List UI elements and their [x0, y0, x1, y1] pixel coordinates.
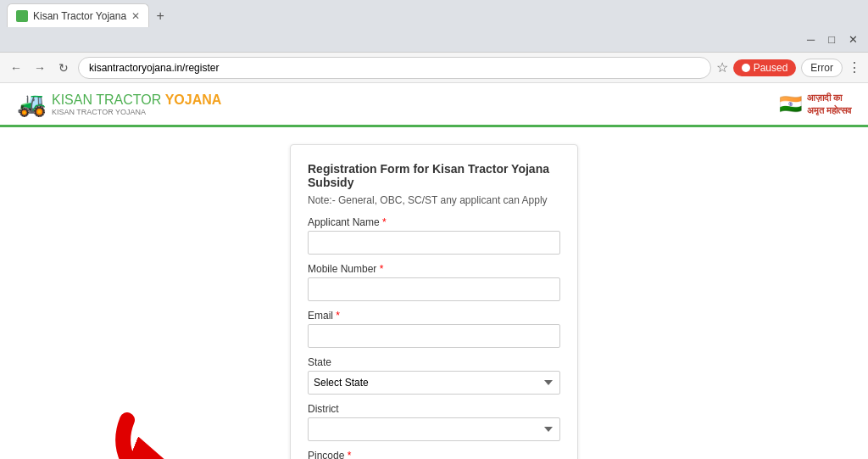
indian-flag-icon: 🇮🇳 [779, 93, 802, 115]
page-content: 🚜 KISAN TRACTOR YOJANA KISAN TRACTOR YOJ… [0, 83, 868, 459]
azadi-line1: आज़ादी का [807, 92, 851, 104]
mobile-label: Mobile Number * [308, 263, 560, 275]
page-wrapper: 🚜 KISAN TRACTOR YOJANA KISAN TRACTOR YOJ… [0, 83, 868, 459]
required-asterisk: * [376, 263, 383, 275]
paused-label: Paused [754, 62, 788, 74]
restore-button[interactable]: □ [825, 33, 838, 46]
tab-title: Kisan Tractor Yojana [33, 10, 126, 22]
mobile-number-group: Mobile Number * [308, 263, 560, 301]
tractor-icon: 🚜 [17, 90, 47, 118]
azadi-logo: 🇮🇳 आज़ादी का अमृत महोत्सव [779, 92, 851, 116]
arrow-annotation [68, 411, 305, 459]
tab-favicon [16, 10, 28, 22]
applicant-name-label: Applicant Name * [308, 216, 560, 228]
error-label: Error [810, 62, 833, 74]
tab-close-button[interactable]: ✕ [131, 10, 140, 22]
required-asterisk: * [344, 450, 351, 459]
district-select[interactable] [308, 417, 560, 441]
azadi-line2: अमृत महोत्सव [807, 104, 851, 116]
logo-brand: KISAN TRACTOR YOJANA [52, 92, 221, 108]
email-label: Email * [308, 310, 560, 322]
district-label: District [308, 403, 560, 415]
error-button[interactable]: Error [801, 59, 843, 77]
paused-button[interactable]: Paused [733, 59, 797, 76]
form-title: Registration Form for Kisan Tractor Yoja… [308, 162, 560, 189]
browser-chrome: ─ □ ✕ [0, 27, 868, 53]
registration-form-container: Registration Form for Kisan Tractor Yoja… [290, 144, 578, 459]
address-input[interactable] [78, 57, 711, 79]
site-header: 🚜 KISAN TRACTOR YOJANA KISAN TRACTOR YOJ… [0, 83, 868, 127]
close-button[interactable]: ✕ [845, 33, 861, 46]
logo-kisan: KISAN [52, 92, 92, 107]
district-group: District [308, 403, 560, 441]
azadi-text: आज़ादी का अमृत महोत्सव [807, 92, 851, 116]
logo-text-block: KISAN TRACTOR YOJANA KISAN TRACTOR YOJAN… [52, 92, 221, 116]
minimize-button[interactable]: ─ [804, 33, 818, 46]
forward-button[interactable]: → [31, 59, 49, 77]
reload-button[interactable]: ↻ [54, 59, 73, 77]
email-input[interactable] [308, 324, 560, 348]
logo-area: 🚜 KISAN TRACTOR YOJANA KISAN TRACTOR YOJ… [17, 90, 221, 118]
applicant-name-input[interactable] [308, 231, 560, 255]
bookmark-icon[interactable]: ☆ [716, 59, 728, 76]
email-group: Email * [308, 310, 560, 348]
state-select[interactable]: Select State Andhra Pradesh Bihar Gujara… [308, 371, 560, 395]
form-note: Note:- General, OBC, SC/ST any applicant… [308, 194, 560, 206]
logo-yojana: YOJANA [165, 92, 222, 107]
address-bar-row: ← → ↻ ☆ Paused Error ⋮ [0, 53, 868, 83]
logo-tractor-text: TRACTOR [96, 92, 161, 107]
logo-tagline: KISAN TRACTOR YOJANA [52, 108, 221, 116]
pincode-group: Pincode * [308, 450, 560, 459]
new-tab-button[interactable]: + [149, 5, 171, 27]
tab-bar: Kisan Tractor Yojana ✕ + [0, 0, 868, 27]
browser-menu-button[interactable]: ⋮ [848, 59, 861, 76]
window-controls: ─ □ ✕ [804, 33, 861, 46]
paused-icon [742, 64, 750, 72]
required-asterisk: * [380, 216, 387, 228]
mobile-input[interactable] [308, 277, 560, 301]
required-asterisk: * [333, 310, 340, 322]
active-tab[interactable]: Kisan Tractor Yojana ✕ [7, 3, 149, 27]
back-button[interactable]: ← [7, 59, 25, 77]
state-group: State Select State Andhra Pradesh Bihar … [308, 356, 560, 395]
applicant-name-group: Applicant Name * [308, 216, 560, 255]
pincode-label: Pincode * [308, 450, 560, 459]
state-label: State [308, 356, 560, 368]
